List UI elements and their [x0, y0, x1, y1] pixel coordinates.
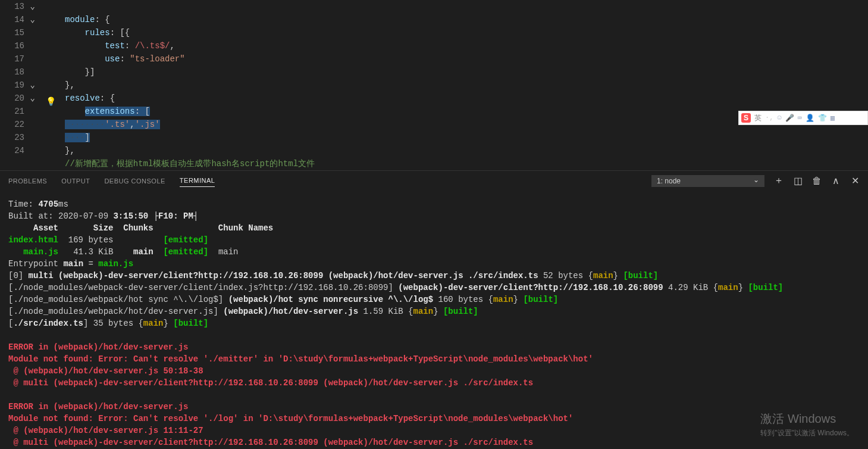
ime-language-label[interactable]: 英 — [754, 113, 762, 123]
terminal-selector[interactable]: 1: node — [651, 175, 764, 187]
line-number: 21 — [14, 105, 24, 118]
ime-emoji-icon[interactable]: ☺ — [777, 114, 781, 122]
line-number: 14 — [14, 13, 24, 26]
bottom-panel: PROBLEMS OUTPUT DEBUG CONSOLE TERMINAL 1… — [0, 170, 868, 449]
terminal-output[interactable]: Time: 4705ms Built at: 2020-07-09 3:15:5… — [0, 191, 868, 449]
line-gutter: 13⌄ 14⌄ 15⌄ 16⌄ 17⌄ 18⌄ 19⌄ 20⌄ 21⌄ 22⌄ … — [0, 0, 45, 170]
line-number: 19 — [14, 79, 24, 92]
tab-debug-console[interactable]: DEBUG CONSOLE — [104, 177, 165, 185]
close-panel-icon[interactable]: ✕ — [850, 175, 860, 186]
tab-terminal[interactable]: TERMINAL — [180, 177, 215, 187]
line-number: 13 — [14, 0, 24, 13]
ime-skin-icon[interactable]: 👕 — [818, 114, 827, 123]
kill-terminal-icon[interactable]: 🗑 — [812, 176, 822, 186]
fold-chevron-icon[interactable]: ⌄ — [28, 16, 35, 23]
ime-toolbox-icon[interactable]: ▦ — [831, 114, 835, 123]
panel-tabs: PROBLEMS OUTPUT DEBUG CONSOLE TERMINAL 1… — [0, 171, 868, 191]
line-number: 17 — [14, 52, 24, 66]
tab-output[interactable]: OUTPUT — [61, 177, 90, 185]
tab-problems[interactable]: PROBLEMS — [8, 177, 47, 185]
code-content[interactable]: module: { rules: [{ test: /\.ts$/, use: … — [45, 0, 315, 170]
split-terminal-icon[interactable]: ◫ — [793, 175, 803, 186]
ime-account-icon[interactable]: 👤 — [806, 114, 814, 123]
line-number: 24 — [14, 144, 24, 157]
line-number: 15 — [14, 26, 24, 39]
lightbulb-icon[interactable]: 💡 — [46, 95, 56, 108]
line-number: 23 — [14, 131, 24, 144]
fold-chevron-icon[interactable]: ⌄ — [28, 3, 35, 10]
panel-actions: 1: node ＋ ◫ 🗑 ∧ ✕ — [651, 174, 860, 187]
ime-toolbar[interactable]: S 英 ·, ☺ 🎤 ⌨ 👤 👕 ▦ — [738, 111, 868, 125]
ime-keyboard-icon[interactable]: ⌨ — [798, 114, 802, 123]
line-number: 18 — [14, 66, 24, 79]
line-number: 22 — [14, 118, 24, 131]
ime-voice-icon[interactable]: 🎤 — [785, 114, 794, 123]
fold-chevron-icon[interactable]: ⌄ — [28, 95, 35, 102]
ime-separator: ·, — [765, 114, 773, 122]
new-terminal-icon[interactable]: ＋ — [774, 174, 784, 187]
editor-area: 13⌄ 14⌄ 15⌄ 16⌄ 17⌄ 18⌄ 19⌄ 20⌄ 21⌄ 22⌄ … — [0, 0, 868, 170]
line-number: 16 — [14, 39, 24, 52]
fold-chevron-icon[interactable]: ⌄ — [28, 82, 35, 89]
line-number: 20 — [14, 92, 24, 105]
ime-logo-icon[interactable]: S — [741, 113, 751, 123]
maximize-panel-icon[interactable]: ∧ — [831, 175, 841, 186]
